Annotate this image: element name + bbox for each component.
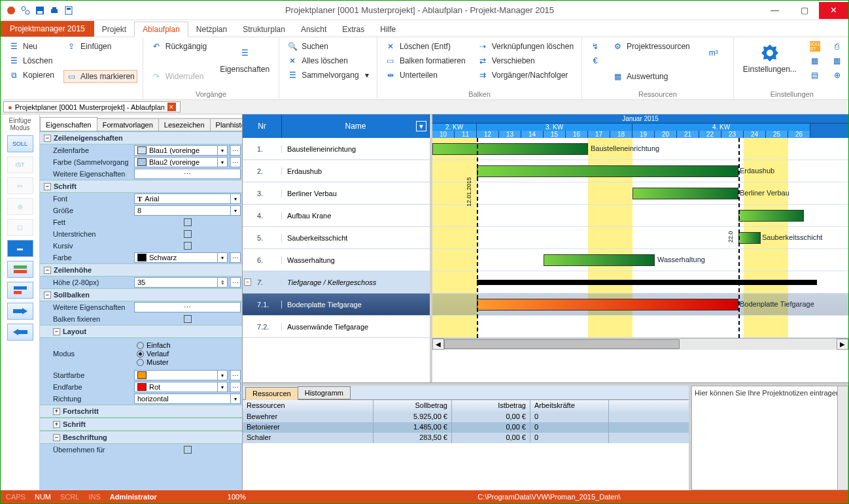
gantt-bar[interactable] bbox=[477, 280, 817, 285]
btn-euro[interactable]: € bbox=[587, 54, 603, 67]
resource-row[interactable]: Betonierer1.485,00 €0,00 €0 bbox=[243, 422, 689, 433]
chk-ueb[interactable] bbox=[184, 446, 192, 454]
tab-strukturplan[interactable]: Strukturplan bbox=[235, 22, 293, 37]
gantt-chart-row[interactable]: Bodenplatte Tiefgarage bbox=[432, 294, 848, 316]
gantt-row[interactable]: 2.Erdaushub bbox=[243, 160, 430, 182]
btn-soll[interactable]: SOLL bbox=[7, 135, 33, 152]
rdo-muster[interactable]: Muster bbox=[137, 358, 169, 366]
btn-s7[interactable] bbox=[7, 261, 33, 278]
btn-suchen[interactable]: 🔍Suchen bbox=[285, 40, 372, 53]
gantt-chart[interactable]: Januar 2015 2. KW3. KW4. KW 101112131415… bbox=[432, 114, 848, 382]
gantt-chart-row[interactable] bbox=[432, 271, 848, 294]
chk-kursiv[interactable] bbox=[134, 241, 241, 251]
tab-app[interactable]: Projektmanager 2015 bbox=[1, 21, 94, 37]
grp-zeilen[interactable]: −Zeileneigenschaften bbox=[40, 131, 242, 144]
notes-scrollbar[interactable] bbox=[837, 386, 848, 490]
qat-settings-icon[interactable] bbox=[20, 5, 31, 16]
tab-projekt[interactable]: Projekt bbox=[94, 22, 134, 37]
fld-zeilenfarbe[interactable]: Blau1 (voreinge▾ bbox=[134, 145, 228, 156]
notes-panel[interactable]: Hier können Sie Ihre Projektnotizen eint… bbox=[691, 386, 848, 490]
chk-fix[interactable] bbox=[134, 314, 241, 324]
btn-kopieren[interactable]: ⧉Kopieren bbox=[6, 69, 57, 82]
grp-beschriftung[interactable]: −Beschriftung bbox=[40, 431, 242, 444]
gantt-row[interactable]: 1.Baustelleneinrichtung bbox=[243, 138, 430, 160]
col-name[interactable]: Name▼ bbox=[282, 114, 430, 138]
gantt-chart-row[interactable]: Baustelleneinrichtung bbox=[432, 138, 848, 160]
btn-links-delete[interactable]: ⇢Verknüpfungen löschen bbox=[475, 40, 576, 53]
btn-alles-loeschen[interactable]: ✕Alles löschen bbox=[285, 54, 372, 67]
proptab-eigenschaften[interactable]: Eigenschaften bbox=[40, 117, 97, 131]
document-tab[interactable]: ● Projektplaner [0001 Musterprojekt] - A… bbox=[3, 101, 181, 112]
restab-ressourcen[interactable]: Ressourcen bbox=[245, 387, 298, 400]
expand-icon[interactable]: + bbox=[53, 408, 60, 415]
btn-sammelvorgang[interactable]: ☰Sammelvorgang ▾ bbox=[285, 69, 372, 82]
dropdown-icon[interactable]: ▾ bbox=[217, 158, 227, 167]
gantt-row[interactable]: 7.1.Bodenplatte Tiefgarage bbox=[243, 294, 430, 316]
btn-m3big[interactable]: m³ bbox=[699, 40, 728, 89]
grp-zeilenhoehe[interactable]: −Zeilenhöhe bbox=[40, 263, 242, 277]
fld-more[interactable]: ⋯ bbox=[229, 145, 241, 156]
rescol-name[interactable]: Ressourcen bbox=[243, 400, 373, 412]
expand-icon[interactable]: − bbox=[244, 278, 251, 286]
grp-layout[interactable]: −Layout bbox=[40, 325, 242, 338]
btn-einfuegen[interactable]: ⇪Einfügen bbox=[63, 40, 137, 53]
doctab-close-icon[interactable]: ✕ bbox=[167, 103, 176, 111]
btn-s9[interactable] bbox=[7, 303, 33, 320]
proptab-lesezeichen[interactable]: Lesezeichen bbox=[158, 118, 211, 131]
dropdown-icon[interactable]: ▾ bbox=[230, 194, 240, 203]
collapse-icon[interactable]: − bbox=[53, 328, 60, 335]
btn-s3[interactable]: ▭ bbox=[7, 177, 33, 194]
gantt-bar[interactable] bbox=[432, 143, 588, 155]
gantt-chart-row[interactable]: Berliner Verbau bbox=[432, 182, 848, 205]
tab-ansicht[interactable]: Ansicht bbox=[293, 22, 334, 37]
btn-cal[interactable]: ▤ bbox=[807, 69, 823, 82]
btn-loeschen[interactable]: ☰Löschen bbox=[6, 54, 57, 67]
scroll-left-icon[interactable]: ◀ bbox=[432, 339, 444, 350]
btn-s3[interactable]: ⊕ bbox=[829, 69, 845, 82]
chk-fett[interactable] bbox=[134, 217, 241, 227]
btn-verschieben[interactable]: ⇄Verschieben bbox=[475, 54, 576, 67]
btn-s10[interactable] bbox=[7, 324, 33, 341]
spinner-icon[interactable]: ⇕ bbox=[217, 278, 227, 287]
gantt-row[interactable]: 3.Berliner Verbau bbox=[243, 182, 430, 205]
dropdown-icon[interactable]: ▾ bbox=[217, 382, 227, 392]
btn-ist[interactable]: IST bbox=[7, 156, 33, 173]
gantt-chart-row[interactable]: Sauberkeitsschicht bbox=[432, 227, 848, 249]
filter-icon[interactable]: ▼ bbox=[416, 121, 426, 131]
gantt-bar[interactable] bbox=[738, 232, 761, 244]
fld-we2[interactable]: ⋯ bbox=[134, 302, 241, 312]
gantt-bar[interactable] bbox=[544, 254, 655, 266]
qat-calc-icon[interactable] bbox=[63, 5, 74, 16]
grp-schrift2[interactable]: +Schrift bbox=[40, 418, 242, 431]
rdo-verlauf[interactable]: Verlauf bbox=[137, 350, 169, 358]
fld-endfarbe[interactable]: Rot▾ bbox=[134, 382, 228, 392]
btn-pred-succ[interactable]: ⇉Vorgänger/Nachfolger bbox=[475, 69, 576, 82]
expand-icon[interactable]: + bbox=[53, 421, 60, 428]
gantt-row[interactable]: 6.Wasserhaltung bbox=[243, 249, 430, 271]
fld-more[interactable]: ⋯ bbox=[229, 382, 241, 392]
fld-we[interactable]: ⋯ bbox=[134, 169, 241, 179]
fld-more[interactable]: ⋯ bbox=[229, 370, 241, 380]
collapse-icon[interactable]: − bbox=[44, 135, 51, 142]
minimize-button[interactable]: — bbox=[760, 2, 789, 19]
btn-alles-markieren[interactable]: ▭Alles markieren bbox=[63, 70, 137, 83]
fld-startfarbe[interactable]: ▾ bbox=[134, 370, 228, 380]
btn-redo[interactable]: ↷Widerrufen bbox=[148, 70, 209, 83]
btn-s1[interactable]: ⎙ bbox=[829, 40, 845, 53]
btn-bar-delete[interactable]: ✕Löschen (Entf) bbox=[383, 40, 468, 53]
btn-s8[interactable] bbox=[7, 282, 33, 299]
dropdown-icon[interactable]: ▾ bbox=[230, 206, 240, 215]
resource-row[interactable]: Bewehrer5.925,00 €0,00 €0 bbox=[243, 412, 689, 422]
resource-row[interactable]: Schaler283,50 €0,00 €0 bbox=[243, 433, 689, 443]
maximize-button[interactable]: ▢ bbox=[789, 2, 819, 19]
gantt-chart-row[interactable] bbox=[432, 205, 848, 227]
btn-undo[interactable]: ↶Rückgängig bbox=[148, 40, 209, 53]
fld-size[interactable]: 8▾ bbox=[134, 205, 241, 216]
qat-print-icon[interactable] bbox=[49, 5, 60, 16]
dropdown-icon[interactable]: ▾ bbox=[230, 394, 240, 403]
gantt-bar[interactable] bbox=[477, 165, 738, 177]
gantt-chart-row[interactable]: Erdaushub bbox=[432, 160, 848, 182]
btn-s5[interactable]: ▢ bbox=[7, 219, 33, 236]
close-button[interactable]: ✕ bbox=[819, 2, 848, 19]
fld-richtung[interactable]: horizontal▾ bbox=[134, 394, 241, 404]
